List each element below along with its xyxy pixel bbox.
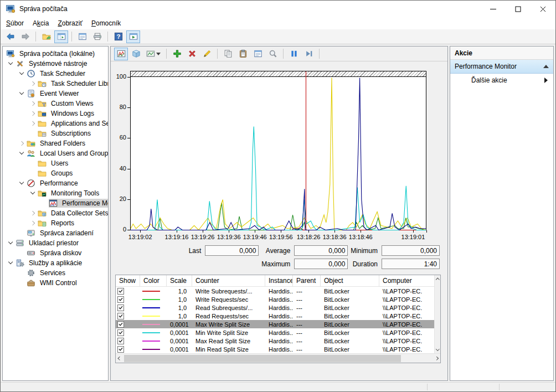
tree-item-task-scheduler[interactable]: Task Scheduler bbox=[3, 69, 108, 79]
actions-item-more-actions[interactable]: Ďalšie akcie bbox=[450, 74, 553, 87]
tree-item-ukladac-priestor[interactable]: Ukladací priestor bbox=[3, 238, 108, 248]
chevron-down-icon[interactable] bbox=[8, 240, 13, 245]
tree-item-services[interactable]: Services bbox=[3, 268, 108, 278]
pm-paste-counters-button[interactable] bbox=[236, 48, 250, 60]
show-console-tree-button[interactable] bbox=[54, 30, 68, 43]
chevron-right-icon[interactable] bbox=[19, 141, 24, 146]
tree-item-performance[interactable]: Performance bbox=[3, 178, 108, 188]
forward-arrow-button[interactable] bbox=[18, 30, 32, 43]
chevron-right-icon[interactable] bbox=[30, 121, 35, 126]
pm-add-counter-button[interactable] bbox=[170, 48, 184, 60]
show-checkbox[interactable] bbox=[117, 288, 124, 295]
pm-delete-counter-button[interactable] bbox=[185, 48, 199, 60]
tree-item-task-scheduler-libra[interactable]: Task Scheduler Libra bbox=[3, 79, 108, 89]
tree-expander[interactable] bbox=[17, 182, 27, 184]
tree-item-shared-folders[interactable]: Shared Folders bbox=[3, 138, 108, 148]
pm-chart-view-button[interactable] bbox=[114, 48, 128, 60]
tree-item-performance-mo[interactable]: Performance Mo bbox=[3, 198, 108, 208]
scroll-down-arrow[interactable] bbox=[435, 346, 441, 353]
chevron-right-icon[interactable] bbox=[30, 81, 35, 86]
help-button[interactable]: ? bbox=[111, 30, 125, 43]
tree-expander[interactable] bbox=[28, 221, 38, 225]
tree-expander[interactable] bbox=[6, 63, 16, 64]
menu-akcia[interactable]: Akcia bbox=[28, 17, 53, 29]
dropdown-caret-icon[interactable] bbox=[156, 53, 161, 55]
pm-freeze-pause-button[interactable] bbox=[287, 48, 301, 60]
column-header-show[interactable]: Show bbox=[116, 275, 140, 287]
table-row[interactable]: 1,0Write Requests/secHarddis...---BitLoc… bbox=[116, 295, 440, 303]
tree-expander[interactable] bbox=[28, 192, 38, 194]
show-checkbox[interactable] bbox=[117, 305, 124, 311]
scroll-up-arrow[interactable] bbox=[435, 275, 441, 282]
pm-log-cube-button[interactable] bbox=[129, 48, 143, 60]
chevron-right-icon[interactable] bbox=[30, 211, 35, 216]
table-row[interactable]: 0,0001Max Write Split SizeHarddis...---B… bbox=[116, 320, 440, 328]
tree-item-users[interactable]: Users bbox=[3, 158, 108, 168]
tree-item-spr-va-po-ta-a-lok-lne-[interactable]: Správa počítača (lokálne) bbox=[3, 49, 108, 59]
tree-item-groups[interactable]: Groups bbox=[3, 168, 108, 178]
chevron-down-icon[interactable] bbox=[19, 90, 24, 95]
tree-item-local-users-and-groups[interactable]: Local Users and Groups bbox=[3, 148, 108, 158]
pm-properties-window-button[interactable] bbox=[251, 48, 265, 60]
chevron-down-icon[interactable] bbox=[8, 260, 13, 265]
chevron-down-icon[interactable] bbox=[30, 190, 35, 195]
tree-expander[interactable] bbox=[28, 122, 38, 125]
collapse-arrow-icon[interactable] bbox=[543, 65, 549, 68]
tree-item-reports[interactable]: Reports bbox=[3, 218, 108, 228]
chevron-right-icon[interactable] bbox=[30, 101, 35, 106]
tree-item-event-viewer[interactable]: Event Viewer bbox=[3, 89, 108, 99]
tree-item-slu-by-a-aplik-cie[interactable]: Služby a aplikácie bbox=[3, 258, 108, 268]
tree-expander[interactable] bbox=[28, 102, 38, 105]
table-row[interactable]: 0,0001Min Write Split SizeHarddis...---B… bbox=[116, 328, 440, 337]
chevron-down-icon[interactable] bbox=[19, 150, 24, 155]
properties-window-button[interactable] bbox=[75, 30, 89, 43]
show-checkbox[interactable] bbox=[117, 346, 124, 353]
show-checkbox[interactable] bbox=[117, 296, 124, 303]
table-row[interactable]: 0,0001Min Read Split SizeHarddis...---Bi… bbox=[116, 345, 440, 353]
actions-group-performance-monitor[interactable]: Performance Monitor bbox=[450, 60, 553, 74]
column-header-parent[interactable]: Parent bbox=[293, 275, 321, 287]
vertical-scrollbar[interactable] bbox=[434, 275, 440, 353]
tree-expander[interactable] bbox=[6, 262, 16, 264]
column-header-scale[interactable]: Scale bbox=[167, 275, 192, 287]
tree-item-wmi-control[interactable]: WMI Control bbox=[3, 278, 108, 288]
pm-highlight-pencil-button[interactable] bbox=[200, 48, 214, 60]
pm-copy-properties-button[interactable] bbox=[221, 48, 235, 60]
chevron-right-icon[interactable] bbox=[30, 221, 35, 226]
tree-item-monitoring-tools[interactable]: Monitoring Tools bbox=[3, 188, 108, 198]
tree-item-custom-views[interactable]: Custom Views bbox=[3, 99, 108, 109]
tree-item-subscriptions[interactable]: Subscriptions bbox=[3, 128, 108, 138]
table-row[interactable]: 0,0001Max Read Split SizeHarddis...---Bi… bbox=[116, 337, 440, 345]
chevron-right-icon[interactable] bbox=[30, 111, 35, 116]
chevron-down-icon[interactable] bbox=[19, 70, 24, 75]
tree-item-windows-logs[interactable]: Windows Logs bbox=[3, 109, 108, 118]
pm-update-step-button[interactable] bbox=[302, 48, 316, 60]
table-row[interactable]: 1,0Write Subrequests/...Harddis...---Bit… bbox=[116, 287, 440, 295]
graph-plot-area[interactable] bbox=[130, 71, 426, 230]
pm-zoom-magnifier-button[interactable] bbox=[266, 48, 280, 60]
tree-expander[interactable] bbox=[6, 242, 16, 244]
tree-expander[interactable] bbox=[28, 112, 38, 115]
scroll-left-arrow[interactable] bbox=[116, 355, 122, 362]
tree-expander[interactable] bbox=[17, 73, 27, 74]
tree-expander[interactable] bbox=[28, 82, 38, 85]
tree-expander[interactable] bbox=[17, 92, 27, 94]
tree-expander[interactable] bbox=[28, 212, 38, 215]
table-row[interactable]: 1,0Read Subrequests/...Harddis...---BitL… bbox=[116, 303, 440, 312]
column-header-counter[interactable]: Counter bbox=[192, 275, 265, 287]
tree-item-syst-mov-n-stroje[interactable]: Systémové nástroje bbox=[3, 59, 108, 69]
close-button[interactable] bbox=[531, 1, 555, 17]
column-header-instance[interactable]: Instance bbox=[265, 275, 293, 287]
show-action-pane-button[interactable] bbox=[126, 30, 140, 43]
chevron-down-icon[interactable] bbox=[8, 60, 13, 65]
minimize-button[interactable] bbox=[481, 1, 506, 17]
menu-zobraziť[interactable]: Zobraziť bbox=[53, 17, 87, 29]
horizontal-scrollbar[interactable] bbox=[116, 353, 440, 363]
show-checkbox[interactable] bbox=[117, 321, 124, 328]
tree-item-applications-and-se[interactable]: Applications and Se bbox=[3, 118, 108, 128]
scrollbar-thumb[interactable] bbox=[124, 355, 401, 362]
show-checkbox[interactable] bbox=[117, 329, 124, 336]
tree-item-spr-vca-zariaden-[interactable]: Správca zariadení bbox=[3, 228, 108, 238]
chevron-down-icon[interactable] bbox=[19, 180, 24, 185]
show-checkbox[interactable] bbox=[117, 338, 124, 344]
